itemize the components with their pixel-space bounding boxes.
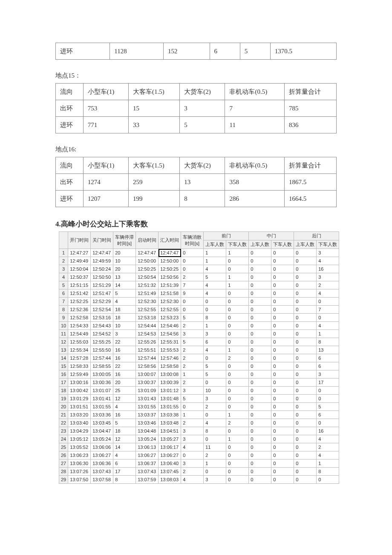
bus-cell[interactable]: 13:07:43 xyxy=(91,468,113,476)
bus-cell[interactable]: 5 xyxy=(204,362,226,370)
bus-cell[interactable]: 8 xyxy=(204,427,226,435)
bus-cell[interactable]: 0 xyxy=(294,306,317,314)
bus-cell[interactable]: 13:06:40 xyxy=(159,460,181,468)
bus-cell[interactable]: 0 xyxy=(204,354,226,362)
bus-cell[interactable]: 0 xyxy=(294,460,317,468)
bus-cell[interactable]: 13:01:41 xyxy=(91,395,113,403)
bus-cell[interactable]: 13:00:39 xyxy=(159,379,181,387)
bus-cell[interactable]: 3 xyxy=(204,330,226,338)
bus-cell[interactable]: 0 xyxy=(226,451,249,460)
bus-cell[interactable]: 12:55:25 xyxy=(91,338,113,346)
bus-cell[interactable]: 13:06:23 xyxy=(68,451,91,460)
bus-cell[interactable]: 0 xyxy=(249,395,271,403)
bus-cell[interactable]: 12:52:25 xyxy=(68,298,91,306)
bus-cell[interactable]: 0 xyxy=(249,460,271,468)
bus-cell[interactable]: 13:01:51 xyxy=(68,403,91,411)
bus-cell[interactable]: 10 xyxy=(113,322,136,330)
bus-cell[interactable]: 0 xyxy=(317,476,339,484)
bus-cell[interactable]: 6 xyxy=(204,338,226,346)
bus-cell[interactable]: 0 xyxy=(294,370,317,379)
bus-cell[interactable]: 6 xyxy=(317,411,339,419)
bus-cell[interactable]: 22 xyxy=(113,362,136,370)
bus-cell[interactable]: 12:55:26 xyxy=(136,338,159,346)
bus-cell[interactable]: 3 xyxy=(317,249,339,257)
bus-cell[interactable]: 14 xyxy=(113,443,136,451)
bus-cell[interactable]: 0 xyxy=(271,451,294,460)
bus-cell[interactable]: 0 xyxy=(294,346,317,354)
bus-cell[interactable]: 0 xyxy=(249,370,271,379)
bus-cell[interactable]: 1 xyxy=(226,281,249,289)
bus-cell[interactable]: 0 xyxy=(271,281,294,289)
bus-cell[interactable]: 5 xyxy=(181,338,204,346)
bus-cell[interactable]: 13:00:42 xyxy=(68,387,91,395)
bus-cell[interactable]: 6 xyxy=(113,460,136,468)
bus-cell[interactable]: 5 xyxy=(317,403,339,411)
bus-cell[interactable]: 0 xyxy=(294,435,317,443)
bus-cell[interactable]: 0 xyxy=(271,265,294,273)
bus-cell[interactable]: 0 xyxy=(271,395,294,403)
bus-cell[interactable]: 20 xyxy=(113,249,136,257)
bus-cell[interactable]: 12:58:58 xyxy=(159,362,181,370)
bus-cell[interactable]: 12:53:18 xyxy=(136,314,159,322)
bus-cell[interactable]: 0 xyxy=(204,379,226,387)
bus-cell[interactable]: 0 xyxy=(271,346,294,354)
bus-cell[interactable]: 3 xyxy=(317,370,339,379)
bus-cell[interactable]: 2 xyxy=(317,443,339,451)
bus-cell[interactable]: 2 xyxy=(181,419,204,427)
bus-cell[interactable]: 4 xyxy=(181,476,204,484)
bus-cell[interactable]: 0 xyxy=(226,387,249,395)
bus-cell[interactable]: 9 xyxy=(181,289,204,298)
bus-cell[interactable]: 3 xyxy=(181,427,204,435)
bus-cell[interactable]: 3 xyxy=(113,330,136,338)
bus-cell[interactable]: 0 xyxy=(271,370,294,379)
bus-cell[interactable]: 0 xyxy=(226,314,249,322)
bus-cell[interactable]: 0 xyxy=(271,443,294,451)
bus-cell[interactable]: 25 xyxy=(113,387,136,395)
bus-cell[interactable]: 12:49:59 xyxy=(91,257,113,265)
bus-cell[interactable]: 4 xyxy=(181,443,204,451)
bus-cell[interactable]: 17 xyxy=(317,379,339,387)
bus-cell[interactable]: 17 xyxy=(113,468,136,476)
bus-cell[interactable]: 12:52:30 xyxy=(136,298,159,306)
bus-cell[interactable]: 0 xyxy=(294,314,317,322)
bus-cell[interactable]: 12:55:53 xyxy=(159,346,181,354)
bus-cell[interactable]: 0 xyxy=(181,306,204,314)
bus-cell[interactable]: 16 xyxy=(113,354,136,362)
bus-cell[interactable]: 0 xyxy=(249,476,271,484)
bus-cell[interactable]: 0 xyxy=(226,330,249,338)
bus-cell[interactable]: 0 xyxy=(226,370,249,379)
bus-cell[interactable]: 13:05:24 xyxy=(136,435,159,443)
bus-cell[interactable]: 0 xyxy=(271,322,294,330)
bus-cell[interactable]: 1 xyxy=(181,370,204,379)
bus-cell[interactable]: 12:54:33 xyxy=(68,322,91,330)
bus-cell[interactable]: 2 xyxy=(181,362,204,370)
bus-cell[interactable]: 13:06:30 xyxy=(68,460,91,468)
bus-cell[interactable]: 2 xyxy=(181,273,204,281)
bus-cell[interactable]: 0 xyxy=(271,435,294,443)
bus-cell[interactable]: 6 xyxy=(317,362,339,370)
bus-cell[interactable]: 0 xyxy=(271,354,294,362)
bus-cell[interactable]: 0 xyxy=(181,249,204,257)
bus-cell[interactable]: 12:52:55 xyxy=(159,306,181,314)
bus-cell[interactable]: 0 xyxy=(294,451,317,460)
bus-cell[interactable]: 5 xyxy=(113,419,136,427)
bus-cell[interactable]: 0 xyxy=(249,427,271,435)
bus-cell[interactable]: 6 xyxy=(317,354,339,362)
bus-cell[interactable]: 13:08:03 xyxy=(159,476,181,484)
bus-cell[interactable]: 11 xyxy=(204,443,226,451)
bus-cell[interactable]: 0 xyxy=(271,379,294,387)
bus-cell[interactable]: 13:05:12 xyxy=(68,435,91,443)
bus-cell[interactable]: 12:51:15 xyxy=(68,281,91,289)
bus-cell[interactable]: 0 xyxy=(271,411,294,419)
bus-cell[interactable]: 13:04:29 xyxy=(68,427,91,435)
bus-cell[interactable]: 12:57:44 xyxy=(136,354,159,362)
bus-cell[interactable]: 12:57:44 xyxy=(91,354,113,362)
bus-cell[interactable]: 0 xyxy=(249,306,271,314)
bus-cell[interactable]: 13:06:27 xyxy=(91,451,113,460)
bus-cell[interactable]: 5 xyxy=(181,314,204,322)
bus-cell[interactable]: 13:03:38 xyxy=(159,411,181,419)
bus-cell[interactable]: 1 xyxy=(204,322,226,330)
bus-cell[interactable]: 2 xyxy=(317,281,339,289)
bus-cell[interactable]: 0 xyxy=(294,443,317,451)
bus-cell[interactable]: 8 xyxy=(317,338,339,346)
